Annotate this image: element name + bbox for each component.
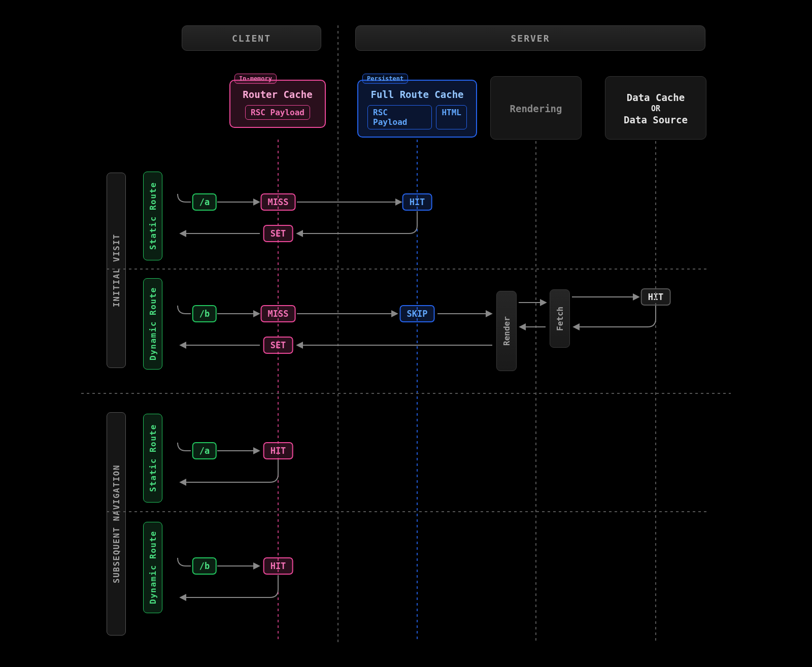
- r1-miss: MISS: [261, 193, 296, 211]
- router-cache-tag: In-memory: [234, 74, 277, 84]
- r2-skip: SKIP: [400, 305, 435, 322]
- route-b-initial: /b: [192, 305, 217, 322]
- route-b-sub: /b: [192, 557, 217, 575]
- router-cache-card: In-memory Router Cache RSC Payload: [229, 80, 326, 128]
- subsequent-nav-label: SUBSEQUENT NAVIGATION: [107, 412, 126, 636]
- r1-set: SET: [263, 225, 293, 242]
- full-route-cache-title: Full Route Cache: [370, 89, 463, 100]
- sub-dynamic-route-label: Dynamic Route: [143, 522, 162, 613]
- r4-hit: HIT: [263, 557, 293, 575]
- r2-miss: MISS: [261, 305, 296, 322]
- full-route-cache-tag: Persistent: [362, 74, 408, 84]
- server-header: SERVER: [355, 25, 705, 51]
- data-source-title: Data Source: [624, 114, 688, 125]
- r2-hit: HIT: [641, 288, 671, 306]
- r1-hit: HIT: [402, 193, 432, 211]
- initial-static-route-label: Static Route: [143, 172, 162, 260]
- data-cache-title: Data Cache: [627, 92, 685, 103]
- data-cache-card: Data Cache OR Data Source: [605, 76, 706, 140]
- rendering-title: Rendering: [510, 103, 562, 114]
- sub-static-route-label: Static Route: [143, 414, 162, 503]
- route-a-sub: /a: [192, 442, 217, 459]
- full-route-rsc-pill: RSC Payload: [367, 105, 432, 129]
- client-header: CLIENT: [182, 25, 321, 51]
- data-cache-or: OR: [651, 104, 660, 113]
- r3-hit: HIT: [263, 442, 293, 459]
- route-a-initial: /a: [192, 193, 217, 211]
- router-cache-rsc-pill: RSC Payload: [245, 105, 310, 120]
- router-cache-title: Router Cache: [243, 89, 312, 100]
- rendering-card: Rendering: [490, 76, 582, 140]
- full-route-cache-card: Persistent Full Route Cache RSC Payload …: [357, 80, 477, 138]
- initial-dynamic-route-label: Dynamic Route: [143, 278, 162, 370]
- initial-visit-label: INITIAL VISIT: [107, 173, 126, 368]
- fetch-block: Fetch: [550, 289, 570, 348]
- full-route-html-pill: HTML: [436, 105, 467, 129]
- render-block: Render: [496, 291, 517, 371]
- r2-set: SET: [263, 337, 293, 354]
